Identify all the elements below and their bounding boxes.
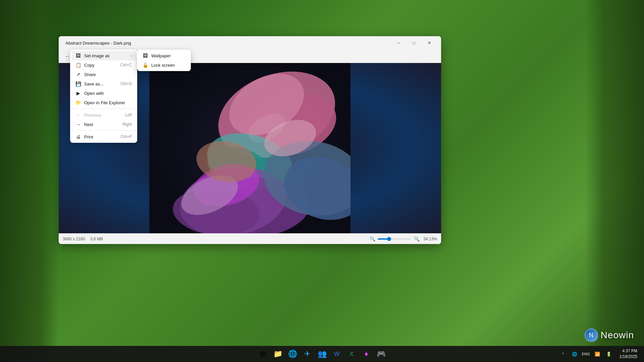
previous-icon: ←	[75, 112, 81, 118]
abstract-image	[149, 63, 351, 233]
submenu-item-wallpaper[interactable]: 🖼 Wallpaper	[139, 51, 190, 60]
battery-icon: 🔋	[606, 352, 611, 357]
taskbar-word[interactable]: W	[330, 347, 343, 361]
previous-shortcut: Left	[125, 113, 132, 117]
network-icon: 🌐	[572, 352, 577, 357]
abstract-svg	[149, 63, 351, 233]
zoom-in-icon: 🔍	[414, 236, 420, 242]
zoom-controls-area: 🔍 🔍 34.13%	[368, 235, 437, 243]
copy-icon: 📋	[75, 62, 81, 68]
language-label: ENG	[582, 352, 590, 356]
menu-item-copy[interactable]: 📋 Copy Ctrl+C	[71, 60, 136, 70]
neowin-watermark: N Neowin	[585, 328, 634, 342]
share-icon: ↗	[75, 72, 81, 77]
zoom-in-button[interactable]: 🔍	[413, 235, 421, 243]
image-dimensions: 3680 x 2160	[63, 237, 85, 241]
menu-item-set-image-as[interactable]: 🖼 Set image as ›	[71, 51, 136, 60]
neowin-brand-name: Neowin	[601, 330, 634, 341]
lock-screen-icon: 🔒	[143, 62, 148, 68]
previous-label: Previous	[84, 113, 101, 118]
submenu-item-lock-screen[interactable]: 🔒 Lock screen	[139, 60, 190, 70]
edge-icon: 🌐	[288, 350, 297, 358]
taskbar-telegram[interactable]: ✈	[301, 347, 314, 361]
taskbar-app1[interactable]: ♦	[360, 347, 373, 361]
word-icon: W	[334, 351, 340, 358]
save-as-shortcut: Ctrl+S	[120, 81, 132, 86]
zoom-slider-thumb	[387, 237, 391, 241]
maximize-button[interactable]: □	[406, 38, 422, 48]
tree-right-decoration	[585, 0, 644, 362]
app2-icon: 🎮	[377, 350, 386, 358]
tray-language[interactable]: ENG	[581, 349, 591, 359]
taskbar-excel[interactable]: X	[345, 347, 358, 361]
image-file-size: 3.6 MB	[90, 237, 103, 241]
taskbar-edge[interactable]: 🌐	[286, 347, 299, 361]
menu-item-save-as[interactable]: 💾 Save as... Ctrl+S	[71, 79, 136, 88]
save-as-icon: 💾	[75, 81, 81, 86]
start-icon: ⊞	[260, 350, 266, 358]
menu-item-print[interactable]: 🖨 Print Ctrl+P	[71, 132, 136, 141]
neowin-logo-icon: N	[585, 328, 598, 342]
system-clock[interactable]: 4:37 PM 1/18/2025	[617, 347, 640, 361]
title-bar: Abstract Dreamscapes - Dark.png ─ □ ✕	[59, 36, 441, 50]
next-icon: →	[75, 122, 81, 127]
wifi-icon: 📶	[595, 352, 600, 357]
wallpaper-label: Wallpaper	[151, 53, 171, 58]
open-with-icon: ▶	[75, 90, 81, 96]
taskbar-right-area: ^ 🌐 ENG 📶 🔋 4:37 PM 1/18/2025	[558, 347, 640, 361]
window-title: Abstract Dreamscapes - Dark.png	[63, 41, 391, 46]
clock-time: 4:37 PM	[620, 348, 637, 354]
print-shortcut: Ctrl+P	[120, 134, 132, 139]
start-button[interactable]: ⊞	[256, 347, 270, 361]
menu-divider-1	[71, 109, 136, 109]
print-label: Print	[84, 134, 93, 139]
open-in-explorer-icon: 📁	[75, 100, 81, 105]
tray-wifi[interactable]: 📶	[592, 349, 603, 359]
menu-item-share[interactable]: ↗ Share	[71, 70, 136, 79]
svg-rect-15	[149, 63, 351, 233]
minimize-button[interactable]: ─	[391, 38, 406, 48]
window-controls: ─ □ ✕	[391, 38, 437, 48]
tray-expand-icon: ^	[562, 352, 564, 356]
menu-item-next[interactable]: → Next Right	[71, 120, 136, 129]
taskbar-center-icons: ⊞ 📁 🌐 ✈ 👥 W X ♦ 🎮	[256, 347, 388, 361]
next-shortcut: Right	[122, 122, 132, 127]
teams-icon: 👥	[318, 350, 327, 358]
taskbar-file-explorer[interactable]: 📁	[271, 347, 284, 361]
menu-item-open-in-explorer[interactable]: 📁 Open in File Explorer	[71, 98, 136, 107]
share-label: Share	[84, 72, 96, 77]
tree-left-decoration	[0, 0, 59, 362]
save-as-label: Save as...	[84, 81, 104, 86]
zoom-out-button[interactable]: 🔍	[368, 235, 376, 243]
system-tray: ^ 🌐 ENG 📶 🔋	[558, 349, 614, 359]
tray-network[interactable]: 🌐	[569, 349, 580, 359]
set-image-submenu: 🖼 Wallpaper 🔒 Lock screen	[137, 50, 191, 71]
file-explorer-icon: 📁	[273, 350, 282, 358]
zoom-out-icon: 🔍	[370, 236, 375, 242]
status-bar: 3680 x 2160 3.6 MB 🔍 🔍 34.13%	[59, 233, 441, 244]
back-icon: ←	[65, 54, 70, 59]
menu-item-previous[interactable]: ← Previous Left	[71, 110, 136, 120]
next-label: Next	[84, 122, 93, 127]
menu-item-open-with[interactable]: ▶ Open with	[71, 88, 136, 98]
zoom-controls: 🔍 🔍	[368, 235, 421, 243]
excel-icon: X	[350, 351, 354, 358]
menu-divider-2	[71, 130, 136, 131]
tray-battery[interactable]: 🔋	[603, 349, 614, 359]
tray-chevron[interactable]: ^	[558, 349, 569, 359]
zoom-slider[interactable]	[378, 238, 411, 240]
taskbar-teams[interactable]: 👥	[315, 347, 329, 361]
taskbar-app2[interactable]: 🎮	[374, 347, 388, 361]
set-image-as-label: Set image as	[84, 53, 110, 58]
taskbar: ⊞ 📁 🌐 ✈ 👥 W X ♦ 🎮 ^	[0, 346, 644, 362]
copy-shortcut: Ctrl+C	[120, 63, 132, 67]
clock-date: 1/18/2025	[620, 354, 637, 360]
close-button[interactable]: ✕	[422, 38, 437, 48]
app1-icon: ♦	[364, 350, 368, 358]
lock-screen-label: Lock screen	[151, 63, 175, 68]
wallpaper-icon: 🖼	[143, 53, 148, 58]
open-with-label: Open with	[84, 91, 104, 96]
set-image-icon: 🖼	[75, 53, 81, 58]
open-in-explorer-label: Open in File Explorer	[84, 100, 125, 105]
telegram-icon: ✈	[304, 350, 310, 358]
